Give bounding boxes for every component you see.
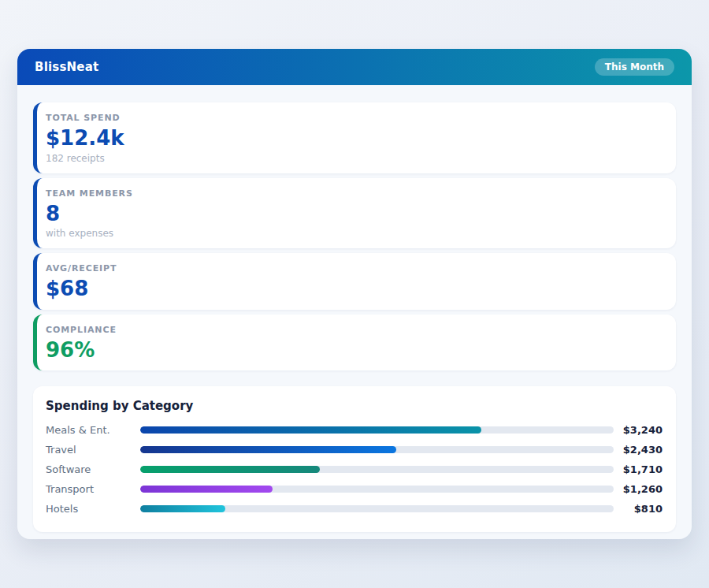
category-label: Meals & Ent. [46, 424, 140, 436]
stat-value: 8 [46, 203, 663, 225]
bar-fill [140, 446, 396, 453]
stat-label: TEAM MEMBERS [46, 188, 663, 199]
period-badge[interactable]: This Month [595, 58, 674, 76]
stat-value: $12.4k [46, 127, 663, 150]
bar-fill [140, 486, 273, 493]
category-label: Transport [46, 483, 140, 495]
stat-subtext: 182 receipts [46, 153, 663, 164]
bar-fill [140, 505, 225, 512]
category-value: $1,260 [614, 483, 663, 495]
stat-subtext: with expenses [46, 228, 663, 239]
section-title: Spending by Category [46, 399, 663, 413]
bar-row-meals: Meals & Ent. $3,240 [46, 420, 663, 440]
stat-label: COMPLIANCE [46, 325, 663, 335]
bar-row-hotels: Hotels $810 [46, 499, 663, 519]
category-label: Travel [46, 444, 140, 456]
bar-fill [140, 426, 481, 434]
stat-card-total-spend: TOTAL SPEND $12.4k 182 receipts [33, 102, 676, 173]
app-title: BlissNeat [35, 60, 98, 74]
stat-value: $68 [46, 277, 663, 300]
stat-label: AVG/RECEIPT [46, 263, 663, 274]
stat-label: TOTAL SPEND [46, 113, 663, 123]
category-label: Software [46, 463, 140, 475]
category-label: Hotels [46, 503, 140, 515]
dashboard-card: BlissNeat This Month TOTAL SPEND $12.4k … [17, 49, 692, 539]
stat-card-avg-receipt: AVG/RECEIPT $68 [33, 253, 676, 310]
bar-row-software: Software $1,710 [46, 460, 663, 479]
category-value: $810 [614, 503, 663, 515]
category-value: $1,710 [614, 463, 663, 475]
category-value: $2,430 [614, 444, 663, 456]
bar-fill [140, 466, 320, 473]
spending-by-category-card: Spending by Category Meals & Ent. $3,240… [33, 386, 676, 532]
bar-track [140, 505, 614, 512]
bar-row-transport: Transport $1,260 [46, 479, 663, 499]
category-value: $3,240 [614, 424, 663, 436]
bar-row-travel: Travel $2,430 [46, 440, 663, 460]
bar-track [140, 426, 614, 434]
bar-track [140, 446, 614, 453]
stat-value: 96% [46, 339, 663, 362]
bar-track [140, 486, 614, 493]
dashboard-content: TOTAL SPEND $12.4k 182 receipts TEAM MEM… [17, 85, 692, 532]
stat-card-compliance: COMPLIANCE 96% [33, 314, 676, 371]
app-header: BlissNeat This Month [17, 49, 692, 85]
bar-track [140, 466, 614, 473]
stat-card-team-members: TEAM MEMBERS 8 with expenses [33, 178, 676, 249]
